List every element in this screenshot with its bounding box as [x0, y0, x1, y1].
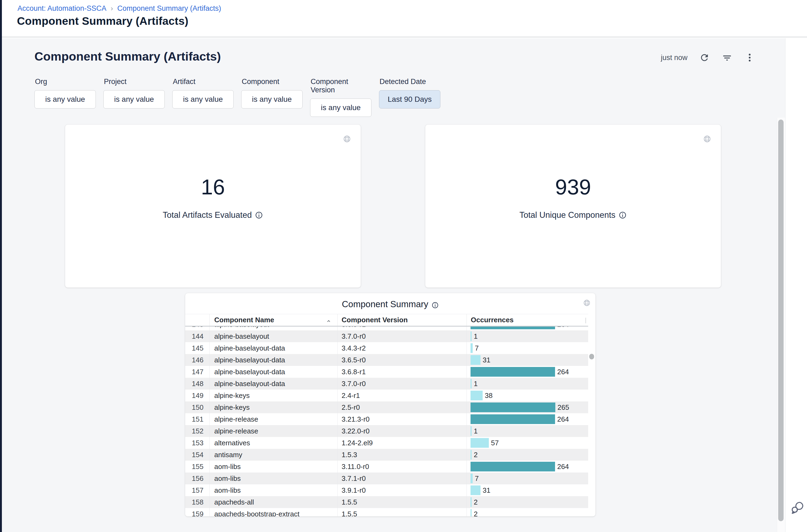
cell-occurrences: 7	[466, 342, 588, 354]
occurrence-bar[interactable]	[470, 426, 472, 436]
cell-component-name: alpine-baselayout-data	[209, 342, 337, 354]
dashboard-title: Component Summary (Artifacts)	[35, 50, 221, 63]
row-number: 148	[185, 378, 209, 390]
table-row[interactable]: 145 alpine-baselayout-data 3.4.3-r2 7	[185, 342, 588, 354]
cell-component-version: 3.9.1-r0	[337, 484, 466, 496]
occurrence-bar[interactable]	[470, 402, 555, 412]
occurrence-bar[interactable]	[470, 497, 472, 507]
table-row[interactable]: 153 alternatives 1.24-2.el9 57	[185, 437, 588, 449]
occurrence-value: 7	[475, 474, 479, 483]
header-occurrences[interactable]: Occurrences	[466, 314, 588, 326]
table-header: Component Name Component Version Occurre…	[185, 314, 588, 327]
header-component-name[interactable]: Component Name	[209, 314, 337, 326]
table-row[interactable]: 147 alpine-baselayout-data 3.6.8-r1 264	[185, 366, 588, 378]
table-row[interactable]: 158 apacheds-all 1.5.5 2	[185, 496, 588, 508]
page-title: Component Summary (Artifacts)	[17, 15, 188, 27]
occurrence-value: 264	[557, 368, 569, 376]
cell-component-version: 3.7.0-r0	[337, 330, 466, 342]
chat-bubbles-icon[interactable]	[790, 500, 804, 514]
cell-component-version: 3.6.8-r1	[337, 366, 466, 378]
table-row[interactable]: 144 alpine-baselayout 3.7.0-r0 1	[185, 330, 588, 342]
breadcrumb-account-link[interactable]: Account: Automation-SSCA	[18, 4, 106, 13]
filter-label: Org	[35, 78, 96, 86]
filter-org-button[interactable]: is any value	[35, 90, 96, 109]
filter-detected-date-button[interactable]: Last 90 Days	[379, 90, 440, 109]
table-row[interactable]: 152 alpine-release 3.22.0-r0 1	[185, 425, 588, 437]
kebab-menu-icon[interactable]	[744, 52, 755, 63]
filter-artifact-button[interactable]: is any value	[172, 90, 234, 109]
table-row[interactable]: 159 apacheds-bootstrap-extract 1.5.5 2	[185, 508, 588, 516]
occurrence-bar[interactable]	[470, 367, 555, 377]
occurrence-bar[interactable]	[470, 327, 555, 329]
occurrence-bar[interactable]	[470, 414, 555, 424]
table-row[interactable]: 156 aom-libs 3.7.1-r0 7	[185, 473, 588, 484]
cell-component-name: alternatives	[209, 437, 337, 449]
globe-icon[interactable]	[583, 299, 591, 307]
table-row[interactable]: 143 alpine-baselayout 3.6.8-r1 264	[185, 327, 588, 330]
row-number: 150	[185, 401, 209, 413]
breadcrumb-page-link[interactable]: Component Summary (Artifacts)	[117, 4, 221, 13]
occurrence-bar[interactable]	[470, 486, 480, 495]
cell-occurrences: 265	[466, 401, 588, 413]
cell-component-version: 2.4-r1	[337, 390, 466, 401]
globe-icon[interactable]	[703, 135, 711, 143]
occurrence-bar[interactable]	[470, 450, 472, 460]
info-icon[interactable]	[619, 211, 627, 219]
occurrence-bar[interactable]	[470, 331, 472, 341]
table-row[interactable]: 146 alpine-baselayout-data 3.6.5-r0 31	[185, 354, 588, 366]
occurrence-value: 264	[557, 327, 569, 329]
occurrence-bar[interactable]	[470, 462, 555, 471]
row-number: 145	[185, 342, 209, 354]
occurrence-value: 7	[475, 344, 479, 353]
filter-component-version-button[interactable]: is any value	[310, 98, 371, 117]
cell-component-name: alpine-baselayout-data	[209, 366, 337, 378]
table-row[interactable]: 149 alpine-keys 2.4-r1 38	[185, 390, 588, 401]
table-row[interactable]: 151 alpine-release 3.21.3-r0 264	[185, 413, 588, 425]
cell-component-version: 3.21.3-r0	[337, 413, 466, 425]
tile-total-unique-components: 939 Total Unique Components	[425, 125, 721, 287]
filter-component-button[interactable]: is any value	[241, 90, 303, 109]
occurrence-bar[interactable]	[470, 355, 480, 365]
occurrence-bar[interactable]	[470, 379, 472, 388]
cell-occurrences: 2	[466, 508, 588, 516]
cell-component-name: apacheds-bootstrap-extract	[209, 508, 337, 516]
dashboard-panel: Component Summary (Artifacts) just now O…	[2, 38, 786, 532]
occurrence-bar[interactable]	[470, 343, 473, 353]
refresh-icon[interactable]	[699, 52, 710, 63]
row-number: 144	[185, 330, 209, 342]
cell-component-version: 3.7.1-r0	[337, 473, 466, 484]
table-row[interactable]: 157 aom-libs 3.9.1-r0 31	[185, 484, 588, 496]
filter-project-button[interactable]: is any value	[103, 90, 165, 109]
filter-icon[interactable]	[722, 52, 733, 63]
table-scrollbar-thumb[interactable]	[589, 354, 594, 359]
header-component-version[interactable]: Component Version	[337, 314, 466, 326]
row-number: 158	[185, 496, 209, 508]
page-scrollbar-thumb[interactable]	[778, 119, 784, 521]
header-label: Component Version	[342, 316, 408, 324]
globe-icon[interactable]	[343, 135, 351, 143]
info-icon[interactable]	[255, 211, 263, 219]
info-icon[interactable]	[431, 301, 439, 308]
row-number: 147	[185, 366, 209, 378]
cell-occurrences: 264	[466, 461, 588, 473]
occurrence-bar[interactable]	[470, 438, 489, 448]
row-number: 154	[185, 449, 209, 461]
row-number: 159	[185, 508, 209, 516]
occurrence-bar[interactable]	[470, 509, 472, 516]
cell-component-version: 3.6.8-r1	[337, 327, 466, 330]
table-row[interactable]: 150 alpine-keys 2.5-r0 265	[185, 401, 588, 413]
tile-total-artifacts: 16 Total Artifacts Evaluated	[65, 125, 361, 287]
cell-component-name: aom-libs	[209, 484, 337, 496]
cell-component-version: 3.4.3-r2	[337, 342, 466, 354]
nav-edge-strip	[0, 0, 2, 532]
cell-component-name: apacheds-all	[209, 496, 337, 508]
row-number: 152	[185, 425, 209, 437]
breadcrumb-separator-icon: ›	[111, 4, 113, 13]
cell-component-name: alpine-release	[209, 425, 337, 437]
occurrence-bar[interactable]	[470, 391, 483, 400]
table-row[interactable]: 148 alpine-baselayout-data 3.7.0-r0 1	[185, 378, 588, 390]
row-number: 149	[185, 390, 209, 401]
table-row[interactable]: 154 antisamy 1.5.3 2	[185, 449, 588, 461]
occurrence-bar[interactable]	[470, 474, 473, 483]
table-row[interactable]: 155 aom-libs 3.11.0-r0 264	[185, 461, 588, 473]
